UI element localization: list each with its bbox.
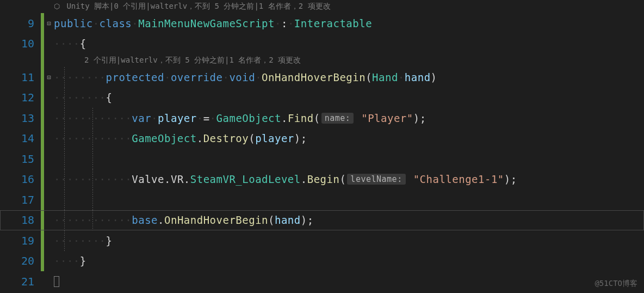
code-line[interactable]: 19 ········}: [0, 230, 644, 251]
watermark: @51CTO博客: [595, 279, 637, 289]
code-line[interactable]: 16 ············Valve.VR.SteamVR_LoadLeve…: [0, 169, 644, 190]
code-line[interactable]: 14 ············GameObject.Destroy(player…: [0, 129, 644, 149]
line-number: 13: [0, 112, 41, 125]
line-number: 14: [0, 132, 41, 145]
codelens-text[interactable]: 2 个引用|walterlv，不到 5 分钟之前|1 名作者，2 项更改: [54, 56, 301, 65]
line-number: 18: [0, 213, 41, 227]
change-indicator: [41, 230, 44, 251]
line-number: 19: [0, 234, 41, 247]
change-indicator: [41, 34, 44, 54]
code-line[interactable]: 15: [0, 149, 644, 169]
fold-toggle[interactable]: ⊟: [44, 74, 54, 81]
line-number: 15: [0, 152, 41, 166]
change-indicator: [41, 108, 44, 129]
code-editor[interactable]: ⬡ Unity 脚本|0 个引用|walterlv，不到 5 分钟之前|1 名作…: [0, 0, 644, 293]
change-indicator: [41, 251, 44, 272]
code-line[interactable]: 13 ············var·player·=·GameObject.F…: [0, 108, 644, 129]
code-line[interactable]: 9 ⊟ public·class·MainMenuNewGameScript·:…: [0, 13, 644, 34]
inline-hint: name:: [321, 113, 354, 124]
fold-toggle[interactable]: ⊟: [44, 20, 54, 27]
change-indicator: [41, 149, 44, 169]
line-number: 16: [0, 173, 41, 186]
line-number: 12: [0, 91, 41, 104]
change-indicator: [41, 210, 44, 231]
change-indicator: [41, 129, 44, 149]
change-indicator: [41, 169, 44, 190]
line-number: 9: [0, 17, 41, 30]
inline-hint: levelName:: [347, 174, 405, 185]
cursor-caret: [54, 276, 59, 287]
change-indicator: [41, 88, 44, 108]
code-line-active[interactable]: 18 ············base.OnHandHoverBegin(han…: [0, 210, 644, 231]
codelens-row: ⬡ Unity 脚本|0 个引用|walterlv，不到 5 分钟之前|1 名作…: [0, 0, 644, 13]
codelens-text[interactable]: ⬡ Unity 脚本|0 个引用|walterlv，不到 5 分钟之前|1 名作…: [54, 2, 331, 11]
unity-icon: ⬡: [54, 2, 60, 10]
code-line[interactable]: 12 ········{: [0, 88, 644, 108]
line-number: 21: [0, 275, 41, 288]
change-indicator: [41, 190, 44, 210]
line-number: 20: [0, 254, 41, 267]
code-line[interactable]: 10 ····{: [0, 34, 644, 54]
line-number: 10: [0, 37, 41, 50]
line-number: 17: [0, 193, 41, 206]
code-line[interactable]: 21: [0, 271, 644, 292]
codelens-row: 2 个引用|walterlv，不到 5 分钟之前|1 名作者，2 项更改: [0, 54, 644, 67]
code-line[interactable]: 17: [0, 190, 644, 210]
code-line[interactable]: 20 ····}: [0, 251, 644, 272]
code-line[interactable]: 11 ⊟ ········protected·override·void·OnH…: [0, 67, 644, 88]
line-number: 11: [0, 71, 41, 84]
